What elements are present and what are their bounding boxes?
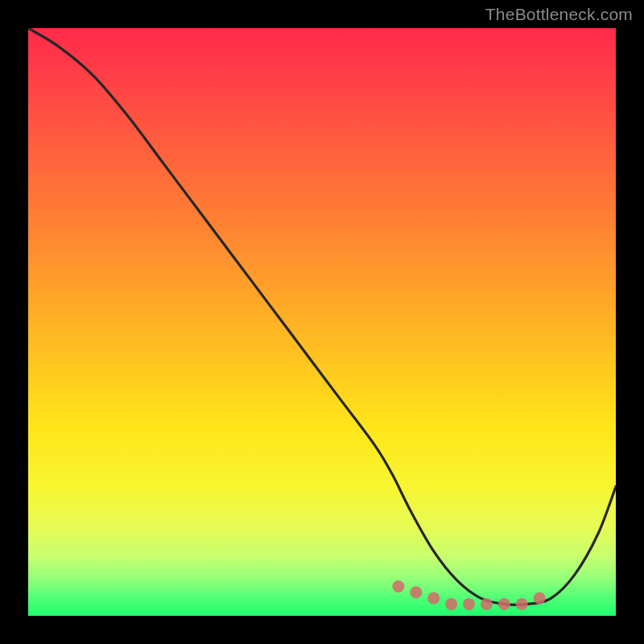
- highlight-dot: [427, 592, 440, 605]
- watermark-text: TheBottleneck.com: [485, 5, 633, 24]
- highlight-dot: [392, 580, 404, 592]
- highlight-dot: [481, 598, 493, 610]
- highlight-dot: [516, 598, 528, 610]
- chart-frame: [28, 28, 616, 616]
- highlight-dot: [498, 598, 510, 610]
- chart-svg: [28, 28, 616, 616]
- highlight-dot: [534, 592, 546, 605]
- highlight-dots: [392, 580, 545, 610]
- highlight-dot: [410, 586, 422, 598]
- highlight-dot: [445, 598, 457, 610]
- bottleneck-curve-line: [28, 28, 616, 605]
- plot-area: [28, 28, 616, 616]
- highlight-dot: [463, 598, 475, 610]
